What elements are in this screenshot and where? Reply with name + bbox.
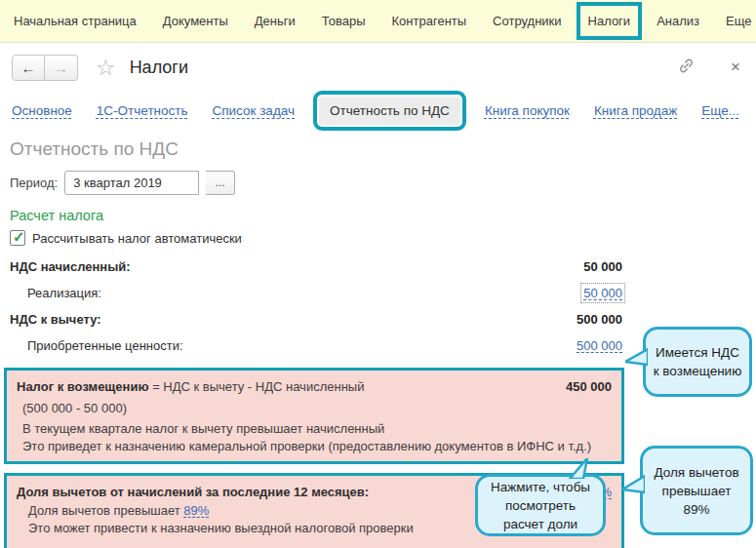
auto-calc-row: ✓ Рассчитывать налог автоматически [10,230,756,246]
row-value: 500 000 [577,312,622,327]
tab-1[interactable]: 1С-Отчетность [97,103,188,118]
menu-item-7[interactable]: Анализ [657,14,699,28]
period-picker-button[interactable]: ... [206,171,235,195]
close-icon[interactable]: × [731,58,740,77]
row-label: Реализация: [10,286,101,300]
tax-row-2: НДС к вычету:500 000 [10,306,622,333]
tab-2[interactable]: Список задач [213,103,296,118]
forward-button[interactable]: → [45,55,78,81]
refund-note-2: Это приведет к назначению камеральной пр… [17,438,612,455]
period-input[interactable] [64,171,199,195]
menu-item-2[interactable]: Деньги [255,14,296,28]
history-nav: ← → [12,55,78,81]
callout-share: Доля вычетов превышает 89% [640,446,753,535]
checkmark-icon: ✓ [13,228,25,246]
section-title-tax-calc: Расчет налога [10,208,756,223]
tab-4[interactable]: Книга покупок [485,103,570,118]
window-title: Налоги [130,58,188,78]
page-title: Отчетность по НДС [10,138,756,160]
menu-item-0[interactable]: Начальная страница [14,14,137,28]
menu-item-6[interactable]: Налоги [588,14,631,28]
row-value: 50 000 [583,259,622,274]
auto-calc-checkbox[interactable]: ✓ [10,230,25,246]
row-label: Приобретенные ценности: [10,338,183,353]
menu-item-5[interactable]: Сотрудники [493,14,561,28]
tab-0[interactable]: Основное [12,103,72,118]
callout-refund: Имеется НДС к возмещению [643,327,752,397]
row-value-link[interactable]: 500 000 [577,338,622,353]
tax-row-0: НДС начисленный:50 000 [10,254,622,280]
row-label: НДС к вычету: [10,312,101,327]
top-menu: Начальная страницаДокументыДеньгиТоварыК… [0,0,756,43]
refund-amount: 450 000 [566,376,612,397]
get-link-icon[interactable] [677,57,696,79]
row-label: НДС начисленный: [10,259,131,274]
tab-6[interactable]: Еще... [701,103,739,118]
menu-item-8[interactable]: Еще▾ [726,14,756,28]
refund-warning-box: Налог к возмещению = НДС к вычету - НДС … [4,368,624,464]
share-note-1: Доля вычетов превышает [28,503,183,518]
refund-title: Налог к возмещению = НДС к вычету - НДС … [17,376,364,397]
tab-3[interactable]: Отчетность по НДС [319,97,460,125]
row-value-link[interactable]: 50 000 [583,286,622,300]
refund-formula: (500 000 - 50 000) [17,397,612,420]
title-bar: ← → ☆ Налоги × [0,43,756,92]
period-label: Период: [10,176,58,190]
tax-row-1: Реализация:50 000 [10,280,622,306]
favorite-star-icon[interactable]: ☆ [96,57,116,79]
back-button[interactable]: ← [12,55,45,81]
callout-click-share: Нажмите, чтобы посмотреть расчет доли [475,474,606,536]
tab-5[interactable]: Книга продаж [594,103,677,118]
tax-rows: НДС начисленный:50 000Реализация:50 000Н… [10,254,622,359]
menu-item-4[interactable]: Контрагенты [392,14,467,28]
menu-item-3[interactable]: Товары [322,14,366,28]
share-title: Доля вычетов от начислений за последние … [17,482,369,502]
tabs-row: Основное1С-ОтчетностьСписок задачОтчетно… [0,92,756,129]
share-threshold-link[interactable]: 89% [183,503,209,518]
auto-calc-label: Рассчитывать налог автоматически [32,231,242,246]
period-row: Период: ... [10,171,756,195]
tax-row-3: Приобретенные ценности:500 000 [10,333,622,359]
refund-note-1: В текущем квартале налог к вычету превыш… [17,420,612,438]
menu-item-1[interactable]: Документы [163,14,228,28]
